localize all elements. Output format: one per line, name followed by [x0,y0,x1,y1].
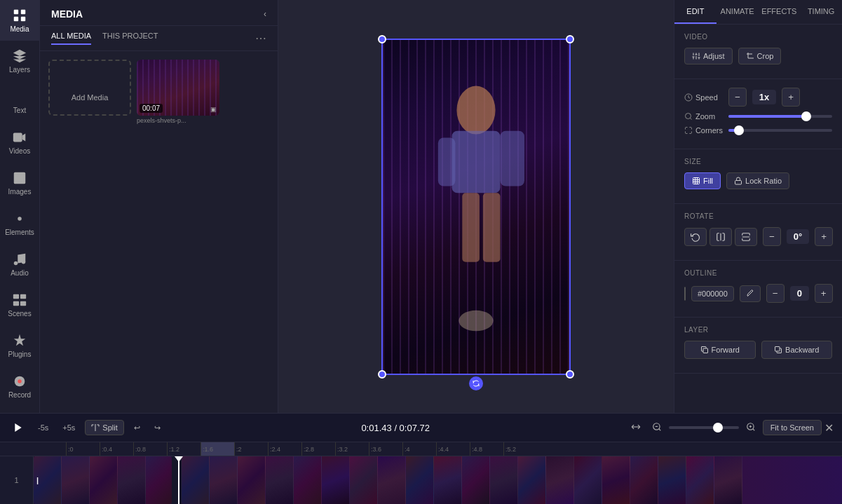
forward-button[interactable]: Forward [684,341,756,359]
canvas-area: ⋯ [278,0,674,413]
sidebar-item-scenes[interactable]: Scenes [0,285,40,325]
size-buttons-row: Fill Lock Ratio [684,172,832,189]
right-panel: EDIT ANIMATE EFFECTS TIMING VIDEO Adjust… [674,0,842,413]
zoom-out-button[interactable] [648,421,666,435]
svg-point-6 [16,175,18,177]
timeline-controls: -5s +5s Split ↩ ↪ 0:01.43 / 0:07.72 [0,414,842,442]
svg-rect-10 [13,294,19,299]
crop-button[interactable]: Crop [738,48,782,64]
outline-width-increase[interactable]: + [815,284,833,303]
redo-button[interactable]: ↪ [150,422,165,434]
outline-section: OUTLINE #000000 − 0 + [674,261,842,318]
undo-button[interactable]: ↩ [130,422,144,434]
rotate-value-increase[interactable]: + [815,227,833,246]
tab-all-media[interactable]: ALL MEDIA [51,32,91,45]
sidebar-item-record[interactable]: Record [0,366,40,407]
layer-section-title: LAYER [684,326,832,334]
track-content[interactable]: | [34,456,842,504]
svg-rect-35 [693,178,700,184]
media-more-button[interactable]: ⋯ [255,32,266,45]
speed-value: 1x [752,90,776,104]
close-timeline-button[interactable]: ✕ [824,421,834,435]
speed-section: Speed − 1x + Zoom [674,79,842,149]
zoom-slider[interactable] [728,115,832,118]
svg-rect-40 [775,347,780,352]
total-time: 0:07.72 [400,423,430,433]
size-section: SIZE Fill Lock Ratio [674,149,842,204]
media-clip-thumbnail[interactable]: 00:07 ▣ [137,60,219,116]
speed-label: Speed [684,93,723,102]
tab-edit[interactable]: EDIT [674,0,717,24]
add-media-button[interactable]: Add Media [48,60,131,116]
sidebar-item-videos[interactable]: Videos [0,122,40,163]
play-button[interactable] [8,418,28,437]
zoom-fit-icons[interactable] [627,422,645,433]
sidebar-item-plugins[interactable]: Plugins [0,325,40,366]
lock-ratio-button[interactable]: Lock Ratio [726,172,789,189]
sidebar-item-layers[interactable]: Layers [0,41,40,81]
split-button[interactable]: Split [85,420,123,435]
tab-this-project[interactable]: THIS PROJECT [102,32,158,45]
tab-timing[interactable]: TIMING [800,0,842,24]
outline-row: #000000 − 0 + [684,284,832,303]
minus5-button[interactable]: -5s [34,422,53,433]
video-buttons-row: Adjust Crop [684,48,832,64]
tab-animate[interactable]: ANIMATE [717,0,759,24]
zoom-row: Zoom [684,112,832,121]
track-label-1: 1 [0,456,34,504]
zoom-timeline-thumb[interactable] [713,423,723,433]
right-panel-tabs: EDIT ANIMATE EFFECTS TIMING [674,0,842,25]
canvas-frame[interactable] [381,39,571,375]
outline-eyedropper-button[interactable] [740,285,761,302]
speed-increase-button[interactable]: + [782,88,800,107]
sidebar-item-elements[interactable]: Elements [0,203,40,244]
flip-v-button[interactable] [735,228,757,246]
rotate-value-decrease[interactable]: − [763,227,781,246]
layer-buttons-row: Forward Backward [684,341,832,359]
track-clip-1[interactable]: | [34,456,172,504]
sidebar-item-audio[interactable]: Audio [0,244,40,285]
speed-decrease-button[interactable]: − [728,88,747,107]
svg-point-15 [18,379,22,383]
zoom-timeline-slider[interactable] [669,426,739,429]
corners-slider[interactable] [728,129,832,132]
svg-rect-12 [13,301,19,306]
tab-effects[interactable]: EFFECTS [759,0,801,24]
zoom-slider-thumb[interactable] [801,111,811,121]
track-clip-2[interactable] [182,456,842,504]
ruler-mark-6: :2.8 [301,442,335,456]
current-time: 0:01.43 [361,423,391,433]
svg-point-22 [459,310,493,331]
ruler-mark-4: :2 [234,442,268,456]
svg-line-49 [658,429,660,431]
plus5-button[interactable]: +5s [58,422,79,433]
fill-button[interactable]: Fill [684,172,721,189]
sidebar-item-images[interactable]: Images [0,163,40,203]
playhead[interactable] [178,456,179,504]
video-section-title: VIDEO [684,33,832,41]
outline-hex-value[interactable]: #000000 [691,286,734,301]
backward-button[interactable]: Backward [761,341,833,359]
timeline-ruler: :0 :0.4 :0.8 :1.2 :1.6 :2 :2.4 :2.8 :3.2… [0,442,842,456]
canvas-rotate-handle[interactable] [469,376,483,390]
media-panel-collapse-button[interactable]: ‹ [264,9,266,19]
svg-rect-20 [438,137,456,186]
sidebar-item-text[interactable]: Text [0,81,40,122]
canvas-handle-top-left[interactable] [378,35,386,43]
adjust-button[interactable]: Adjust [684,48,733,64]
outline-width-decrease[interactable]: − [766,284,785,303]
fit-to-screen-button[interactable]: Fit to Screen [763,420,822,435]
canvas-handle-bottom-right[interactable] [566,370,574,379]
svg-rect-38 [703,348,708,353]
canvas-handle-bottom-left[interactable] [378,370,386,379]
svg-point-8 [14,261,18,266]
outline-color-picker[interactable] [684,287,686,301]
sidebar-item-media[interactable]: Media [0,0,40,41]
zoom-in-button[interactable] [742,421,760,435]
svg-rect-3 [21,17,25,21]
flip-h-button[interactable] [709,228,732,246]
corners-slider-thumb[interactable] [734,125,744,135]
canvas-handle-top-right[interactable] [566,35,574,43]
rotate-ccw-button[interactable] [684,228,707,246]
timeline-area: -5s +5s Split ↩ ↪ 0:01.43 / 0:07.72 [0,413,842,504]
